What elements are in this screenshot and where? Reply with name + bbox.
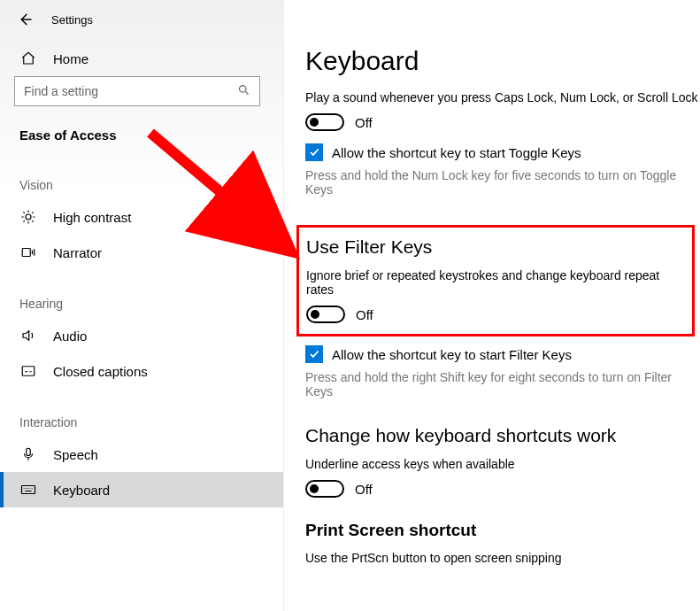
filter-keys-hint: Press and hold the right Shift key for e… [305, 370, 695, 398]
sidebar-group-interaction: Interaction [0, 389, 283, 437]
captions-icon [19, 362, 37, 380]
home-label: Home [53, 51, 88, 66]
svg-rect-4 [27, 448, 31, 455]
sidebar-item-label: Speech [53, 447, 98, 462]
filter-keys-desc: Ignore brief or repeated keystrokes and … [306, 268, 685, 297]
search-input[interactable]: Find a setting [14, 76, 260, 106]
toggle-keys-hint: Press and hold the Num Lock key for five… [305, 168, 695, 197]
caps-lock-sound-toggle[interactable] [305, 113, 344, 131]
sidebar-item-speech[interactable]: Speech [0, 437, 283, 472]
toggle-state-label: Off [356, 307, 373, 322]
underline-desc: Underline access keys when available [305, 457, 700, 471]
search-placeholder: Find a setting [24, 84, 98, 98]
sidebar-item-narrator[interactable]: Narrator [0, 235, 283, 270]
svg-point-0 [240, 85, 247, 92]
search-icon [237, 83, 250, 100]
audio-icon [19, 327, 37, 344]
toggle-keys-shortcut-checkbox[interactable] [305, 143, 323, 161]
sidebar-section-ease: Ease of Access [0, 122, 283, 151]
sidebar-item-high-contrast[interactable]: High contrast [0, 199, 283, 235]
underline-keys-toggle[interactable] [305, 480, 344, 498]
sidebar-item-label: Audio [53, 329, 87, 344]
shortcuts-title: Change how keyboard shortcuts work [305, 425, 700, 446]
sidebar-group-hearing: Hearing [0, 270, 283, 318]
svg-rect-2 [22, 249, 30, 257]
sidebar-item-label: Narrator [53, 245, 102, 260]
home-icon [19, 50, 37, 67]
printscreen-title: Print Screen shortcut [305, 521, 700, 540]
sidebar-item-closed-captions[interactable]: Closed captions [0, 353, 283, 389]
svg-rect-3 [22, 367, 35, 376]
caps-lock-sound-desc: Play a sound whenever you press Caps Loc… [305, 90, 700, 104]
sidebar-item-label: Closed captions [53, 364, 148, 379]
sun-icon [19, 208, 37, 226]
svg-rect-5 [22, 486, 35, 494]
page-title: Keyboard [305, 46, 700, 76]
filter-keys-toggle[interactable] [306, 306, 345, 323]
filter-keys-shortcut-checkbox[interactable] [305, 345, 323, 363]
sidebar: Settings Home Find a setting Ease of Acc… [0, 0, 283, 611]
printscreen-desc: Use the PrtScn button to open screen sni… [305, 551, 700, 565]
filter-keys-title: Use Filter Keys [306, 236, 685, 258]
narrator-icon [19, 244, 37, 261]
settings-label: Settings [51, 13, 93, 27]
sidebar-item-keyboard[interactable]: Keyboard [0, 472, 283, 507]
sidebar-item-label: High contrast [53, 210, 131, 225]
sidebar-group-vision: Vision [0, 151, 283, 199]
microphone-icon [19, 445, 37, 463]
toggle-state-label: Off [355, 115, 373, 130]
sidebar-item-audio[interactable]: Audio [0, 318, 283, 353]
filter-keys-highlight: Use Filter Keys Ignore brief or repeated… [296, 225, 695, 336]
sidebar-item-home[interactable]: Home [0, 37, 283, 76]
sidebar-item-label: Keyboard [53, 483, 110, 498]
back-icon[interactable] [16, 11, 34, 28]
filter-keys-check-label: Allow the shortcut key to start Filter K… [332, 347, 572, 362]
svg-point-1 [26, 214, 31, 220]
toggle-state-label: Off [355, 482, 373, 497]
keyboard-icon [19, 481, 37, 499]
main-content: Keyboard Play a sound whenever you press… [283, 0, 700, 611]
toggle-keys-check-label: Allow the shortcut key to start Toggle K… [332, 145, 581, 160]
